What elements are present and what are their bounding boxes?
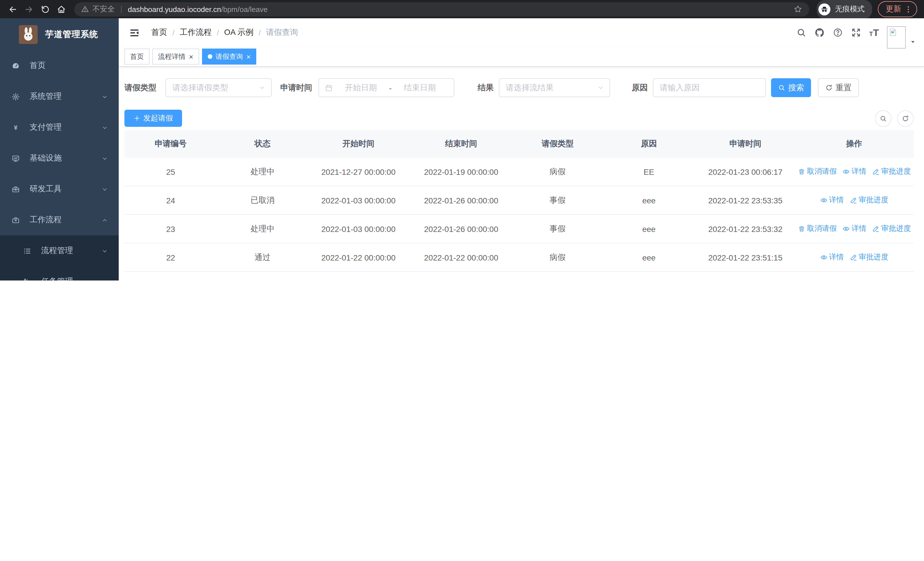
browser-update-button[interactable]: 更新 — [878, 1, 917, 17]
reason-input[interactable]: 请输入原因 — [653, 78, 766, 97]
approval-progress-link[interactable]: 审批进度 — [849, 252, 888, 263]
cancel-leave-link[interactable]: 取消请假 — [798, 167, 837, 177]
search-button[interactable]: 搜索 — [771, 78, 811, 97]
cell-id: 23 — [124, 215, 217, 243]
cell-id: 25 — [124, 158, 217, 186]
sidebar-item-infrastructure[interactable]: 基础设施 — [0, 143, 119, 174]
browser-home-icon[interactable] — [53, 0, 70, 18]
sidebar-item-process-management[interactable]: 流程管理 — [0, 235, 119, 266]
leave-type-select[interactable]: 请选择请假类型 — [165, 78, 272, 97]
trash-icon — [798, 168, 805, 175]
breadcrumb: 首页/工作流程/OA 示例/请假查询 — [151, 27, 298, 38]
chevron-down-icon — [597, 84, 604, 92]
cell-start: 2022-01-22 00:00:00 — [308, 272, 409, 281]
breadcrumb-item[interactable]: OA 示例 — [224, 27, 254, 38]
sidebar-toggle-icon[interactable] — [127, 27, 142, 38]
github-icon[interactable] — [814, 27, 825, 38]
avatar-caret-icon[interactable] — [910, 39, 916, 45]
detail-link[interactable]: 详情 — [820, 195, 844, 205]
url-path: /bpm/oa/leave — [221, 5, 268, 14]
sidebar-item-label: 工作流程 — [30, 215, 62, 225]
create-leave-button[interactable]: 发起请假 — [124, 110, 182, 127]
cell-reason: EEE — [602, 272, 696, 281]
sidebar-item-home[interactable]: 首页 — [0, 50, 119, 81]
sidebar-item-label: 系统管理 — [30, 92, 62, 102]
sidebar-item-payment-management[interactable]: ¥支付管理 — [0, 112, 119, 143]
approval-progress-link[interactable]: 审批进度 — [872, 224, 911, 234]
chevron-down-icon — [101, 155, 108, 162]
cell-type: 病假 — [514, 158, 602, 186]
svg-text:¥: ¥ — [14, 124, 18, 131]
sidebar-item-dev-tools[interactable]: 研发工具 — [0, 174, 119, 205]
sidebar-item-label: 研发工具 — [30, 184, 62, 194]
detail-link[interactable]: 详情 — [820, 252, 844, 263]
cell-actions: 取消请假详情审批进度 — [795, 158, 914, 186]
column-header: 操作 — [795, 130, 914, 158]
cancel-leave-link[interactable]: 取消请假 — [798, 224, 837, 234]
fullscreen-icon[interactable] — [851, 27, 861, 38]
eye-icon — [820, 197, 827, 204]
breadcrumb-item[interactable]: 工作流程 — [180, 27, 212, 38]
avatar[interactable] — [887, 26, 906, 48]
sidebar-item-label: 支付管理 — [30, 122, 62, 132]
security-warning-icon[interactable] — [81, 5, 89, 13]
refresh-table-button[interactable] — [897, 110, 914, 126]
flow-icon — [23, 277, 32, 281]
font-size-icon[interactable]: TT — [869, 28, 879, 38]
column-header: 申请编号 — [124, 130, 217, 158]
page-content: 请假类型 请选择请假类型 申请时间 开始日期 - 结束日期 结果 请选择流结果 — [119, 67, 924, 281]
chevron-down-icon — [258, 84, 266, 92]
dashboard-icon — [11, 62, 20, 70]
user-avatar-menu[interactable] — [887, 26, 916, 48]
tab-label: 流程详情 — [158, 52, 186, 62]
close-icon[interactable]: × — [246, 53, 250, 60]
tags-view-bar: 首页流程详情×请假查询× — [119, 47, 924, 67]
sidebar-item-task-management[interactable]: 任务管理 — [0, 266, 119, 281]
sidebar-item-label: 首页 — [30, 60, 46, 71]
breadcrumb-separator: / — [172, 28, 175, 37]
browser-back-icon[interactable] — [4, 0, 21, 18]
cell-id: 21 — [124, 272, 217, 281]
bookmark-star-icon[interactable] — [793, 5, 802, 14]
tab-label: 请假查询 — [216, 52, 243, 62]
apply-time-range-picker[interactable]: 开始日期 - 结束日期 — [318, 78, 454, 97]
help-icon[interactable] — [832, 27, 843, 38]
toggle-search-button[interactable] — [875, 110, 891, 126]
header-search-icon[interactable] — [796, 27, 806, 38]
cell-status: 已取消 — [217, 186, 308, 215]
yen-icon: ¥ — [11, 123, 20, 132]
browser-forward-icon[interactable] — [21, 0, 37, 18]
sidebar-item-label: 基础设施 — [30, 153, 62, 163]
result-select[interactable]: 请选择流结果 — [499, 78, 610, 97]
approval-progress-link[interactable]: 审批进度 — [872, 167, 911, 177]
screenshot-root: 不安全 dashboard.yudao.iocoder.cn /bpm/oa/l… — [0, 0, 924, 281]
calendar-icon — [325, 84, 333, 92]
reset-button[interactable]: 重置 — [818, 78, 859, 97]
cell-reason: eee — [602, 243, 696, 272]
edit-icon — [872, 168, 879, 175]
address-bar[interactable]: 不安全 dashboard.yudao.iocoder.cn /bpm/oa/l… — [74, 2, 809, 16]
close-icon[interactable]: × — [189, 53, 193, 60]
cell-applied: 2022-01-22 23:49:46 — [696, 272, 795, 281]
range-separator: - — [389, 83, 392, 92]
briefcase-icon — [11, 216, 20, 224]
search-icon — [879, 114, 887, 122]
breadcrumb-item[interactable]: 首页 — [151, 27, 167, 38]
detail-link[interactable]: 详情 — [842, 167, 866, 177]
app-logo-row[interactable]: 芋道管理系统 — [0, 18, 119, 50]
browser-menu-icon[interactable] — [904, 5, 913, 14]
tab-home[interactable]: 首页 — [124, 48, 150, 65]
table-row: 23处理中2022-01-03 00:00:002022-01-26 00:00… — [124, 215, 914, 243]
app-title: 芋道管理系统 — [45, 29, 98, 40]
leave-type-label: 请假类型 — [124, 83, 156, 93]
tab-leave-query[interactable]: 请假查询× — [202, 48, 256, 65]
sidebar-item-workflow[interactable]: 工作流程 — [0, 205, 119, 235]
cell-start: 2022-01-03 00:00:00 — [308, 186, 409, 215]
browser-reload-icon[interactable] — [37, 0, 53, 18]
sidebar-item-system-management[interactable]: 系统管理 — [0, 81, 119, 112]
cell-end: 2022-01-26 00:00:00 — [409, 186, 514, 215]
tab-process-detail[interactable]: 流程详情× — [152, 48, 199, 65]
approval-progress-link[interactable]: 审批进度 — [849, 195, 888, 205]
detail-link[interactable]: 详情 — [842, 224, 866, 234]
chevron-down-icon — [101, 247, 108, 254]
